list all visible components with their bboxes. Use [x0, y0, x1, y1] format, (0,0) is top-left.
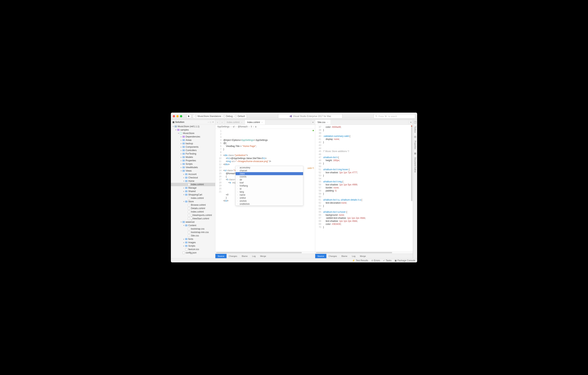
tree-node-bootstrapmin[interactable]: bootstrap.min.css: [171, 231, 215, 234]
search-box[interactable]: [374, 114, 415, 119]
disclosure-icon[interactable]: ▸: [183, 177, 185, 179]
source-view[interactable]: color: #b94a48;}.validation-summary-vali…: [323, 125, 413, 251]
tab-index-active[interactable]: Index.cshtml○: [245, 120, 265, 125]
autocomplete-item[interactable]: ›hreflang: [236, 184, 303, 187]
outline-icon[interactable]: ▦: [414, 152, 417, 155]
properties-label[interactable]: Properties: [414, 141, 416, 149]
autocomplete-item[interactable]: ›class: [236, 172, 303, 175]
search-input[interactable]: [378, 115, 414, 117]
disclosure-icon[interactable]: ▸: [180, 149, 182, 151]
tree-node-musicstore[interactable]: ▾MusicStore: [171, 132, 215, 135]
diff-source[interactable]: Source: [215, 254, 227, 258]
tree-node-sc-index[interactable]: Index.cshtml: [171, 196, 215, 200]
toolbox-label[interactable]: Toolbox: [414, 126, 416, 133]
tree-node-checkout[interactable]: ▸Checkout: [171, 176, 215, 179]
disclosure-icon[interactable]: ▾: [183, 194, 185, 196]
diff-merge[interactable]: Merge: [258, 254, 268, 258]
autocomplete-item[interactable]: ›onclick: [236, 199, 303, 202]
diff-source[interactable]: Source: [315, 254, 326, 258]
close-icon[interactable]: ○: [262, 121, 263, 124]
h-scrollbar[interactable]: [215, 251, 315, 254]
autocomplete-item[interactable]: ›accesskey: [236, 166, 303, 169]
disclosure-icon[interactable]: ▸: [183, 173, 185, 175]
diff-blame[interactable]: Blame: [240, 254, 250, 258]
tab-overflow[interactable]: ▾: [409, 120, 413, 125]
disclosure-icon[interactable]: ▾: [183, 201, 185, 202]
tree-node-properties[interactable]: ▸Properties: [171, 159, 215, 162]
autocomplete-item[interactable]: ›ondblclick: [236, 202, 303, 206]
editor-breadcrumb[interactable]: AppSettings▸ ul▸ @foreach▸ li▸ a: [215, 125, 315, 129]
tree-node-backup[interactable]: ▸backup: [171, 142, 215, 145]
tree-node-manage[interactable]: ▸Manage: [171, 186, 215, 190]
tree-node-wwwroot[interactable]: ▾wwwroot: [171, 220, 215, 224]
solution-tree[interactable]: ▾MusicStore (rel/1.1.1)▾samples▾MusicSto…: [171, 124, 215, 258]
tree-node-store[interactable]: ▾Store: [171, 200, 215, 203]
disclosure-icon[interactable]: ▸: [180, 146, 182, 148]
diff-changes[interactable]: Changes: [227, 254, 240, 258]
autocomplete-item[interactable]: ›coords: [236, 175, 303, 178]
status-tasks[interactable]: ✓Tasks: [383, 259, 392, 262]
tree-node-shared[interactable]: ▸Shared: [171, 190, 215, 193]
tree-node-shoppingcart[interactable]: ▾ShoppingCart: [171, 193, 215, 196]
autocomplete-item[interactable]: ›id: [236, 187, 303, 190]
tab-index-inactive[interactable]: Index.cshtml○: [224, 120, 245, 125]
disclosure-icon[interactable]: ▸: [180, 139, 182, 141]
tree-node-root[interactable]: ▾MusicStore (rel/1.1.1): [171, 125, 215, 128]
status-package-console[interactable]: ▣Package Console: [395, 259, 415, 262]
tree-node-index-cshtml[interactable]: Index.cshtml: [171, 183, 215, 186]
disclosure-icon[interactable]: ▸: [180, 136, 182, 138]
tree-node-controllers[interactable]: ▸Controllers: [171, 149, 215, 152]
disclosure-icon[interactable]: ▾: [177, 132, 179, 134]
disclosure-icon[interactable]: ▾: [180, 170, 182, 172]
code-editor-left[interactable]: 123456789101112131415161718192021 umArt …: [215, 129, 315, 251]
disclosure-icon[interactable]: ▸: [183, 245, 185, 247]
tab-sitecss[interactable]: Site.css○: [315, 120, 331, 125]
diff-changes[interactable]: Changes: [326, 254, 339, 258]
properties-icon[interactable]: ▤: [414, 135, 417, 138]
diff-merge[interactable]: Merge: [358, 254, 368, 258]
outline-label[interactable]: Document Outline: [414, 157, 416, 173]
pad-controls[interactable]: ▫□×: [208, 121, 214, 123]
disclosure-icon[interactable]: ▾: [175, 129, 177, 131]
tree-node-bootstrap[interactable]: bootstrap.css: [171, 227, 215, 231]
tab-overflow[interactable]: ▾: [311, 120, 315, 125]
tree-node-images[interactable]: ▸Images: [171, 241, 215, 244]
tab-nav-back[interactable]: ‹: [215, 120, 220, 125]
zoom-icon[interactable]: [180, 115, 182, 117]
code-editor-right[interactable]: 3738394041424344454647484950515253545556…: [315, 125, 413, 251]
close-icon[interactable]: ○: [241, 121, 242, 124]
minimize-icon[interactable]: [176, 115, 179, 117]
autocomplete-item[interactable]: ›charset: [236, 169, 303, 172]
toolbox-icon[interactable]: 🅃: [414, 121, 417, 124]
disclosure-icon[interactable]: ▸: [180, 153, 182, 155]
tree-node-deps[interactable]: ▸Dependencies: [171, 135, 215, 138]
disclosure-icon[interactable]: ▾: [183, 180, 185, 182]
tree-node-home[interactable]: ▾Home: [171, 179, 215, 183]
tree-node-fortesting[interactable]: ▸ForTesting: [171, 152, 215, 155]
tree-node-fonts[interactable]: ▸fonts: [171, 237, 215, 241]
disclosure-icon[interactable]: ▸: [180, 143, 182, 144]
disclosure-icon[interactable]: ▸: [183, 190, 185, 192]
tree-node-scripts[interactable]: ▸Scripts: [171, 162, 215, 166]
tree-node-components[interactable]: ▸Components: [171, 145, 215, 149]
disclosure-icon[interactable]: ▸: [180, 163, 182, 165]
tree-node-viewmodels[interactable]: ▸ViewModels: [171, 166, 215, 169]
tree-node-wscripts[interactable]: ▸Scripts: [171, 244, 215, 248]
tree-node-st-index[interactable]: Index.cshtml: [171, 210, 215, 213]
tree-node-browse[interactable]: Browse.cshtml: [171, 203, 215, 207]
close-icon[interactable]: ○: [327, 121, 328, 124]
disclosure-icon[interactable]: ▸: [180, 166, 182, 168]
run-button[interactable]: [186, 114, 191, 118]
tree-node-configjson[interactable]: config.json: [171, 251, 215, 254]
autocomplete-item[interactable]: ›dir: [236, 178, 303, 181]
tree-node-viewimports[interactable]: _ViewImports.cshtml: [171, 213, 215, 217]
status-test-results[interactable]: ⚡Test Results: [352, 259, 368, 262]
autocomplete-popup[interactable]: ›accesskey›charset›class›coords›dir›href…: [235, 166, 303, 206]
tree-node-details[interactable]: Details.cshtml: [171, 207, 215, 210]
tree-node-areas[interactable]: ▸Areas: [171, 138, 215, 142]
tree-node-sitecss[interactable]: Site.css: [171, 234, 215, 237]
disclosure-icon[interactable]: ▾: [183, 224, 185, 226]
diff-log[interactable]: Log: [250, 254, 258, 258]
disclosure-icon[interactable]: ▸: [183, 187, 185, 189]
tree-node-content[interactable]: ▾Content: [171, 224, 215, 227]
